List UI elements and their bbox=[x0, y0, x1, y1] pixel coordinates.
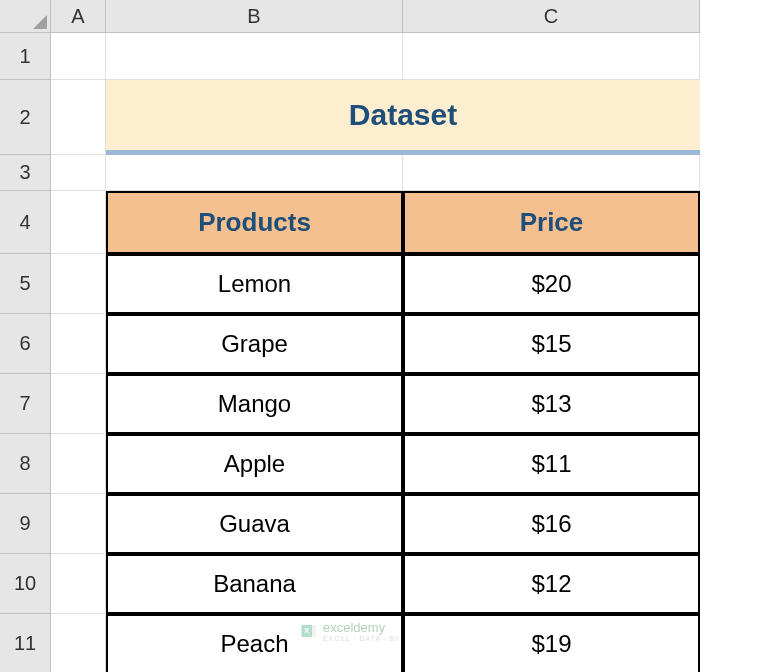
cell-grid: Dataset Products Price Lemon $20 Grape $… bbox=[51, 33, 700, 672]
cell-A11[interactable] bbox=[51, 614, 106, 672]
table-row[interactable]: $20 bbox=[403, 254, 700, 314]
row-header-2[interactable]: 2 bbox=[0, 80, 51, 155]
row-headers: 1 2 3 4 5 6 7 8 9 10 11 bbox=[0, 33, 51, 672]
cell-C1[interactable] bbox=[403, 33, 700, 80]
row-header-10[interactable]: 10 bbox=[0, 554, 51, 614]
table-row[interactable]: $19 bbox=[403, 614, 700, 672]
col-header-B[interactable]: B bbox=[106, 0, 403, 33]
cell-A8[interactable] bbox=[51, 434, 106, 494]
watermark-tagline: EXCEL · DATA · BI bbox=[323, 635, 398, 642]
dataset-title[interactable]: Dataset bbox=[106, 80, 700, 155]
row-header-6[interactable]: 6 bbox=[0, 314, 51, 374]
row-header-11[interactable]: 11 bbox=[0, 614, 51, 672]
table-header-price[interactable]: Price bbox=[403, 191, 700, 254]
table-row[interactable]: Apple bbox=[106, 434, 403, 494]
table-row[interactable]: $16 bbox=[403, 494, 700, 554]
table-row[interactable]: $15 bbox=[403, 314, 700, 374]
cell-A6[interactable] bbox=[51, 314, 106, 374]
cell-A5[interactable] bbox=[51, 254, 106, 314]
table-row[interactable]: $11 bbox=[403, 434, 700, 494]
row-header-3[interactable]: 3 bbox=[0, 155, 51, 191]
row-header-8[interactable]: 8 bbox=[0, 434, 51, 494]
spreadsheet: A B C 1 2 3 4 5 6 7 8 9 10 11 Dataset bbox=[0, 0, 767, 672]
table-row[interactable]: $12 bbox=[403, 554, 700, 614]
column-headers: A B C bbox=[51, 0, 700, 33]
svg-text:X: X bbox=[304, 626, 309, 635]
table-row[interactable]: Grape bbox=[106, 314, 403, 374]
cell-A3[interactable] bbox=[51, 155, 106, 191]
cell-A1[interactable] bbox=[51, 33, 106, 80]
cell-B3[interactable] bbox=[106, 155, 403, 191]
watermark-brand: exceldemy bbox=[323, 620, 385, 635]
table-row[interactable]: Banana bbox=[106, 554, 403, 614]
svg-rect-1 bbox=[312, 625, 317, 637]
col-header-C[interactable]: C bbox=[403, 0, 700, 33]
row-header-7[interactable]: 7 bbox=[0, 374, 51, 434]
row-header-9[interactable]: 9 bbox=[0, 494, 51, 554]
cell-A7[interactable] bbox=[51, 374, 106, 434]
row-header-1[interactable]: 1 bbox=[0, 33, 51, 80]
row-header-5[interactable]: 5 bbox=[0, 254, 51, 314]
row-header-4[interactable]: 4 bbox=[0, 191, 51, 254]
cell-A2[interactable] bbox=[51, 80, 106, 155]
select-all-corner[interactable] bbox=[0, 0, 51, 33]
table-row[interactable]: Mango bbox=[106, 374, 403, 434]
cell-A9[interactable] bbox=[51, 494, 106, 554]
watermark: X exceldemy EXCEL · DATA · BI bbox=[300, 620, 398, 642]
table-row[interactable]: Guava bbox=[106, 494, 403, 554]
excel-icon: X bbox=[300, 622, 318, 640]
table-header-products[interactable]: Products bbox=[106, 191, 403, 254]
cell-C3[interactable] bbox=[403, 155, 700, 191]
table-row[interactable]: $13 bbox=[403, 374, 700, 434]
cell-B1[interactable] bbox=[106, 33, 403, 80]
col-header-A[interactable]: A bbox=[51, 0, 106, 33]
cell-A10[interactable] bbox=[51, 554, 106, 614]
cell-A4[interactable] bbox=[51, 191, 106, 254]
table-row[interactable]: Lemon bbox=[106, 254, 403, 314]
